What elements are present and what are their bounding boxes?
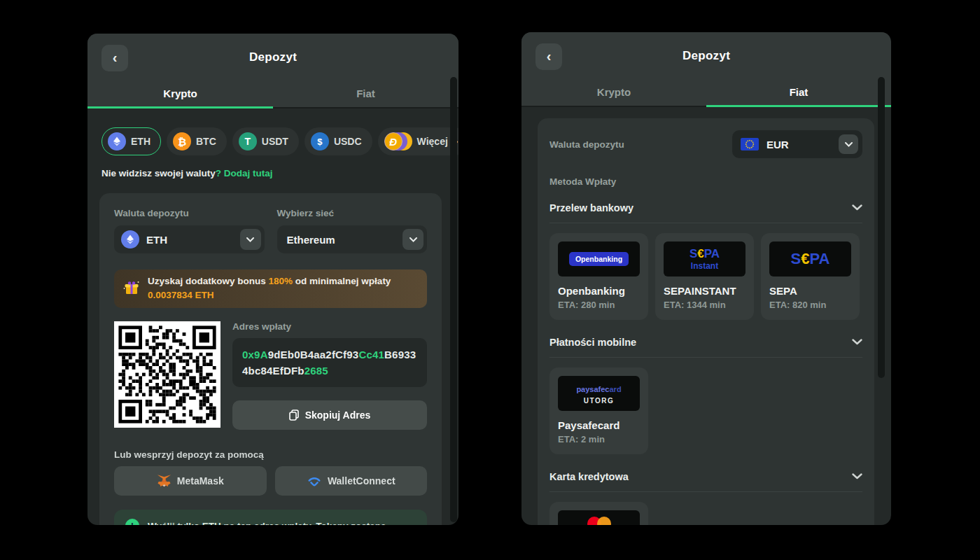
eth-icon — [121, 230, 139, 248]
network-select[interactable]: Ethereum — [277, 225, 428, 253]
openbanking-logo-text: Openbanking — [569, 252, 629, 266]
payment-method-card-sepainstant[interactable]: S€PAInstantSEPAINSTANTETA: 1344 min — [655, 233, 754, 320]
accordion-title: Przelew bankowy — [550, 202, 634, 214]
modal-header: ‹ Depozyt Krypto Fiat — [88, 34, 458, 108]
tab-krypto[interactable]: Krypto — [522, 78, 706, 106]
modal-title: Depozyt — [522, 49, 891, 63]
bonus-banner: Uzyskaj dodatkowy bonus 180% od minimaln… — [114, 270, 427, 308]
currency-chip-btc[interactable]: ₿BTC — [167, 127, 227, 155]
crypto-tab-content: ETH₿BTCTUSDT$USDCĐWięcej› Nie widzisz sw… — [88, 127, 458, 525]
deposit-card: Waluta depozytu ETH Wybierz sieć — [99, 193, 442, 525]
payment-sections: Przelew bankowyOpenbankingOpenbankingETA… — [550, 192, 862, 525]
accordion-header-2[interactable]: Karta kredytowa — [550, 461, 862, 492]
tab-fiat[interactable]: Fiat — [706, 78, 891, 106]
currency-select[interactable]: ETH — [114, 225, 265, 253]
payment-method-eta: ETA: 1344 min — [664, 300, 746, 310]
sepa-logo-text: S€PA — [690, 248, 720, 260]
fiat-currency-value: EUR — [766, 139, 831, 150]
payment-logo-sepa: S€PA — [769, 241, 851, 276]
qr-code — [114, 321, 220, 428]
payment-logo-card: VISA — [558, 510, 640, 525]
chevron-down-icon — [852, 339, 862, 345]
copy-address-button[interactable]: Skopiuj Adres — [232, 400, 427, 430]
tab-fiat[interactable]: Fiat — [273, 79, 458, 107]
metamask-button[interactable]: MetaMask — [114, 466, 267, 496]
payment-logo-sepa-instant: S€PAInstant — [664, 241, 746, 276]
tab-krypto[interactable]: Krypto — [88, 79, 273, 107]
btc-icon: ₿ — [173, 132, 191, 150]
currency-chip-usdt[interactable]: TUSDT — [232, 127, 299, 155]
currency-chip-row: ETH₿BTCTUSDT$USDCĐWięcej› — [102, 127, 442, 155]
gift-icon — [122, 279, 141, 298]
usdt-icon: T — [239, 132, 257, 150]
accordion-title: Karta kredytowa — [550, 471, 629, 482]
wallet-buttons: MetaMaskWalletConnect — [114, 466, 427, 496]
accordion-header-1[interactable]: Płatności mobilne — [550, 327, 862, 358]
eth-icon — [108, 132, 126, 150]
bonus-percent: 180% — [269, 276, 293, 286]
wallets-label: Lub wesprzyj depozyt za pomocą — [114, 449, 427, 460]
chip-label: BTC — [196, 136, 216, 147]
payment-method-card-paysafecard[interactable]: paysafecardUTORGPaysafecardETA: 2 min — [550, 368, 648, 454]
payment-method-name: Paysafecard — [558, 419, 640, 431]
missing-currency-note: Nie widzisz swojej waluty? Dodaj tutaj — [102, 168, 442, 178]
sepa-logo-text: S€PA — [791, 251, 830, 267]
chevron-down-icon[interactable] — [402, 229, 424, 250]
payment-method-name: SEPA — [769, 285, 851, 297]
utorg-logo-text: UTORG — [584, 397, 614, 405]
active-tab-indicator — [88, 106, 273, 108]
tab-bar: Krypto Fiat — [522, 78, 891, 106]
notice-text: Wyślij tylko ETH na ten adres wpłaty. To… — [148, 521, 386, 526]
bonus-amount: 0.0037834 ETH — [148, 290, 214, 300]
payment-method-card-openbanking[interactable]: OpenbankingOpenbankingETA: 280 min — [550, 233, 648, 320]
payment-method-eta: ETA: 280 min — [558, 300, 640, 310]
payment-method-grid: OpenbankingOpenbankingETA: 280 minS€PAIn… — [550, 233, 862, 320]
euro-glyph: € — [697, 247, 704, 260]
chevron-down-icon — [852, 204, 862, 211]
currency-chip-eth[interactable]: ETH — [102, 127, 161, 155]
chip-label: USDT — [262, 136, 288, 147]
deposit-modal-fiat: ‹ Depozyt Krypto Fiat Waluta depozytu EU… — [522, 32, 891, 525]
accordion-header-0[interactable]: Przelew bankowy — [550, 192, 862, 223]
payment-method-eta: ETA: 2 min — [558, 434, 640, 444]
walletconnect-icon — [307, 476, 322, 486]
address-label: Adres wpłaty — [232, 321, 427, 332]
deposit-modal-crypto: ‹ Depozyt Krypto Fiat ETH₿BTCTUSDT$USDCĐ… — [88, 34, 458, 525]
copy-icon — [289, 410, 299, 421]
euro-glyph: € — [801, 250, 809, 267]
chevron-down-icon[interactable] — [839, 134, 858, 154]
scrollbar[interactable] — [450, 77, 457, 522]
payment-method-card-card[interactable]: VISA — [550, 502, 648, 525]
payment-method-name: Openbanking — [558, 285, 640, 297]
metamask-icon — [157, 474, 172, 488]
modal-title: Depozyt — [88, 50, 458, 64]
fiat-card: Waluta depozytu EUR Metoda Wpłaty Przele… — [538, 118, 874, 525]
network-select-label: Wybierz sieć — [277, 208, 428, 218]
modal-header: ‹ Depozyt Krypto Fiat — [522, 32, 891, 107]
scrollbar[interactable] — [878, 77, 885, 378]
note-text: Nie widzisz swojej waluty — [102, 168, 216, 178]
active-tab-indicator — [706, 105, 891, 107]
chevron-down-icon[interactable] — [240, 229, 261, 250]
fiat-currency-select[interactable]: EUR — [732, 130, 862, 158]
payment-method-card-sepa[interactable]: S€PASEPAETA: 820 min — [761, 233, 860, 320]
currency-chip-więcej[interactable]: ĐWięcej› — [378, 127, 458, 155]
accordion-title: Płatności mobilne — [550, 337, 636, 348]
walletconnect-button[interactable]: WalletConnect — [275, 466, 428, 496]
paysafecard-logo-text: paysafecard — [576, 382, 621, 395]
payment-method-name: SEPAINSTANT — [664, 285, 746, 297]
copy-button-label: Skopiuj Adres — [305, 410, 371, 421]
payment-logo-paysafecard: paysafecardUTORG — [558, 376, 640, 411]
eth-only-notice: ! Wyślij tylko ETH na ten adres wpłaty. … — [114, 510, 427, 525]
currency-select-value: ETH — [146, 234, 233, 246]
currency-chip-usdc[interactable]: $USDC — [304, 127, 372, 155]
payment-method-grid: VISA — [550, 502, 862, 525]
payment-method-grid: paysafecardUTORGPaysafecardETA: 2 min — [550, 368, 862, 454]
mastercard-icon — [587, 517, 611, 526]
chip-label: USDC — [334, 136, 362, 147]
add-currency-link[interactable]: Dodaj tutaj — [224, 168, 273, 178]
eu-flag-icon — [741, 138, 759, 150]
chip-label: ETH — [131, 136, 150, 147]
deposit-address[interactable]: 0x9A9dEb0B4aa2fCf93Cc41B69334bc84EfDFb26… — [232, 338, 427, 388]
payment-method-eta: ETA: 820 min — [769, 300, 851, 310]
